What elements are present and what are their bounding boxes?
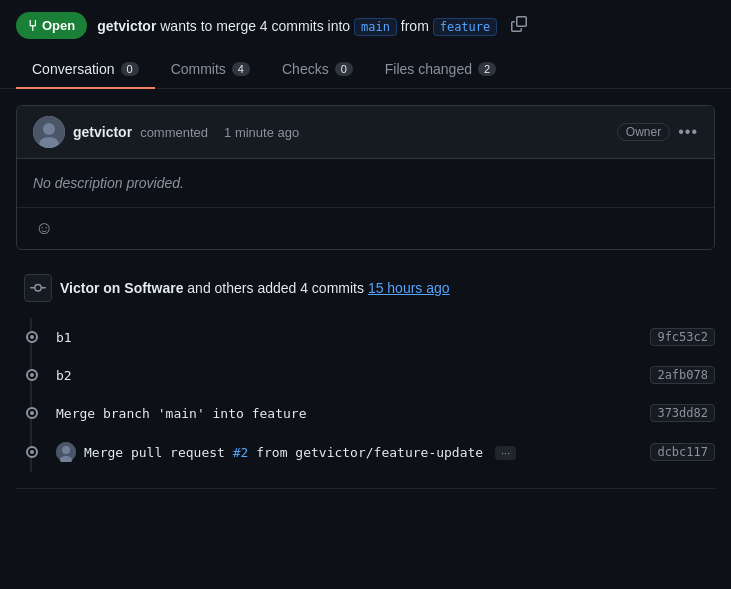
pr-link[interactable]: #2 (233, 445, 249, 460)
commit-dot (26, 331, 38, 343)
tab-files-changed-count: 2 (478, 62, 496, 76)
tab-checks[interactable]: Checks 0 (266, 51, 369, 89)
commits-timeline: b1 9fc53c2 b2 2afb078 Merge branch 'main… (16, 318, 715, 472)
comment-body: No description provided. (17, 159, 714, 207)
tab-files-changed[interactable]: Files changed 2 (369, 51, 512, 89)
svg-point-1 (43, 123, 55, 135)
open-label: Open (42, 18, 75, 33)
pr-header: ⑂ Open getvictor wants to merge 4 commit… (0, 0, 731, 51)
commits-section: Victor on Software and others added 4 co… (16, 274, 715, 472)
target-branch: main (354, 18, 397, 36)
merge-icon: ⑂ (28, 17, 37, 34)
comment-card: getvictor commented 1 minute ago Owner •… (16, 105, 715, 250)
commit-message: Merge branch 'main' into feature (56, 406, 650, 421)
tab-files-changed-label: Files changed (385, 61, 472, 77)
from-text: from (401, 18, 433, 34)
commit-dot (26, 407, 38, 419)
open-badge: ⑂ Open (16, 12, 87, 39)
commits-header-text: Victor on Software and others added 4 co… (60, 280, 450, 296)
commit-dot (26, 369, 38, 381)
comment-header: getvictor commented 1 minute ago Owner •… (17, 106, 714, 159)
commit-message: b2 (56, 368, 650, 383)
more-options-button[interactable]: ••• (678, 123, 698, 141)
comment-author: getvictor (73, 124, 132, 140)
tab-commits-count: 4 (232, 62, 250, 76)
avatar (33, 116, 65, 148)
tab-conversation-count: 0 (121, 62, 139, 76)
comment-action: commented (140, 125, 208, 140)
commits-action-text: and others added 4 commits (187, 280, 364, 296)
tabs-bar: Conversation 0 Commits 4 Checks 0 Files … (0, 51, 731, 89)
commit-message: Merge pull request #2 from getvictor/fea… (84, 445, 650, 460)
commits-time-link[interactable]: 15 hours ago (368, 280, 450, 296)
tab-commits-label: Commits (171, 61, 226, 77)
emoji-reaction-button[interactable]: ☺ (33, 216, 55, 241)
tab-conversation[interactable]: Conversation 0 (16, 51, 155, 89)
comment-footer: ☺ (17, 207, 714, 249)
commit-row: b2 2afb078 (56, 356, 715, 394)
main-content: getvictor commented 1 minute ago Owner •… (0, 89, 731, 505)
commit-avatar (56, 442, 76, 462)
svg-point-4 (62, 446, 70, 454)
comment-body-text: No description provided. (33, 175, 184, 191)
pr-action-text: wants to merge 4 commits into (160, 18, 354, 34)
tab-commits[interactable]: Commits 4 (155, 51, 266, 89)
commit-row: Merge pull request #2 from getvictor/fea… (56, 432, 715, 472)
tab-checks-count: 0 (335, 62, 353, 76)
commit-message-prefix: Merge pull request (84, 445, 233, 460)
commit-dot (26, 446, 38, 458)
copy-icon[interactable] (511, 16, 527, 35)
commit-hash[interactable]: 2afb078 (650, 366, 715, 384)
commit-hash[interactable]: dcbc117 (650, 443, 715, 461)
pr-username: getvictor (97, 18, 156, 34)
pr-title-text: getvictor wants to merge 4 commits into … (97, 18, 497, 34)
commits-icon (24, 274, 52, 302)
commit-expand-button[interactable]: ··· (495, 446, 516, 460)
commits-actor: Victor on Software (60, 280, 183, 296)
commit-message: b1 (56, 330, 650, 345)
source-branch: feature (433, 18, 498, 36)
owner-badge: Owner (617, 123, 670, 141)
comment-timestamp: 1 minute ago (224, 125, 299, 140)
commits-header: Victor on Software and others added 4 co… (16, 274, 715, 302)
tab-checks-label: Checks (282, 61, 329, 77)
comment-header-left: getvictor commented 1 minute ago (33, 116, 299, 148)
commit-hash[interactable]: 373dd82 (650, 404, 715, 422)
commit-row: Merge branch 'main' into feature 373dd82 (56, 394, 715, 432)
commit-row: b1 9fc53c2 (56, 318, 715, 356)
bottom-divider (16, 488, 715, 489)
tab-conversation-label: Conversation (32, 61, 115, 77)
comment-header-right: Owner ••• (617, 123, 698, 141)
commit-message-suffix: from getvictor/feature-update (256, 445, 483, 460)
commit-hash[interactable]: 9fc53c2 (650, 328, 715, 346)
